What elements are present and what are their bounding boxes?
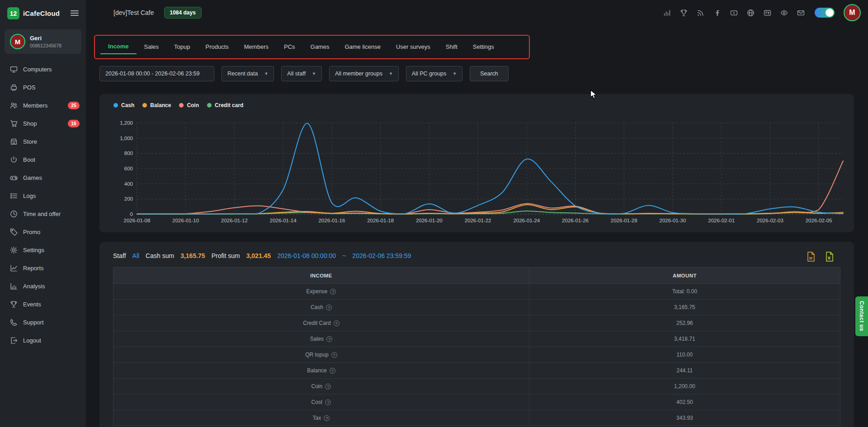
table-row: Coin1,200.00 — [113, 379, 840, 394]
income-row-label: Expense — [113, 284, 529, 300]
period-end: 2026-02-06 23:59:59 — [352, 252, 411, 259]
svg-text:200: 200 — [124, 196, 133, 202]
gear-icon — [10, 246, 18, 254]
globe-icon[interactable] — [747, 9, 755, 17]
mail-icon[interactable] — [797, 9, 805, 17]
shop-count-badge: 16 — [68, 120, 80, 127]
tab-pcs[interactable]: PCs — [276, 41, 303, 54]
bar-chart-icon — [10, 282, 18, 290]
sidebar-item-promo[interactable]: Promo — [0, 223, 86, 241]
user-profile[interactable]: M Geri 008612345678 — [5, 29, 81, 54]
storefront-icon — [10, 138, 18, 145]
data-mode-select[interactable]: Recent data▼ — [222, 66, 274, 81]
profit-sum-label: Profit sum — [212, 252, 240, 259]
tab-games[interactable]: Games — [303, 41, 337, 54]
account-avatar[interactable]: M — [844, 4, 861, 21]
tab-game-license[interactable]: Game license — [337, 41, 388, 54]
search-button[interactable]: Search — [470, 66, 509, 81]
help-icon[interactable] — [324, 415, 330, 421]
tab-topup[interactable]: Topup — [166, 41, 198, 54]
sidebar-item-logs[interactable]: Logs — [0, 187, 86, 205]
income-row-amount: Total: 0.00 — [529, 284, 840, 300]
svg-text:2026-02-05: 2026-02-05 — [806, 218, 832, 223]
legend-item-cash[interactable]: Cash — [113, 102, 134, 108]
profit-sum-value: 3,021.45 — [246, 252, 271, 259]
card-icon[interactable] — [764, 9, 771, 17]
sidebar-item-logout[interactable]: Logout — [0, 331, 86, 349]
staff-filter-link[interactable]: All — [132, 252, 140, 259]
sidebar-item-time-and-offer[interactable]: Time and offer — [0, 205, 86, 223]
staff-select[interactable]: All staff▼ — [281, 66, 322, 81]
pdf-export-icon[interactable] — [807, 252, 815, 262]
svg-text:1,000: 1,000 — [120, 136, 133, 141]
table-row: ExpenseTotal: 0.00 — [113, 284, 840, 300]
eye-icon[interactable] — [780, 9, 788, 17]
legend-item-credit-card[interactable]: Credit card — [207, 102, 243, 108]
tab-members[interactable]: Members — [236, 41, 276, 54]
income-row-label: Tax — [113, 410, 529, 426]
excel-export-icon[interactable] — [825, 252, 834, 262]
cafe-name: [dev]Test Cafe — [113, 9, 154, 16]
date-range-input[interactable] — [99, 66, 214, 81]
help-icon[interactable] — [331, 352, 337, 358]
svg-text:0: 0 — [130, 211, 133, 217]
income-row-label: Sales — [113, 331, 529, 347]
chevron-down-icon: ▼ — [453, 71, 457, 76]
svg-text:2026-01-22: 2026-01-22 — [465, 218, 491, 223]
logo-icon: 12 — [7, 7, 19, 19]
svg-text:2026-01-16: 2026-01-16 — [318, 218, 345, 223]
power-icon — [10, 156, 18, 164]
legend-dot — [179, 103, 184, 108]
legend-item-coin[interactable]: Coin — [179, 102, 199, 108]
sidebar-item-boot[interactable]: Boot — [0, 150, 86, 169]
logout-icon — [10, 337, 18, 344]
help-icon[interactable] — [334, 320, 340, 326]
sidebar-item-analysis[interactable]: Analysis — [0, 277, 86, 295]
help-icon[interactable] — [326, 305, 332, 310]
trophy-icon — [10, 300, 18, 308]
contact-us-button[interactable]: Contact us — [855, 296, 868, 336]
table-row: Balance244.11 — [113, 363, 840, 379]
member-groups-select[interactable]: All member groups▼ — [329, 66, 399, 81]
tab-settings[interactable]: Settings — [465, 41, 502, 54]
sidebar-item-reports[interactable]: Reports — [0, 259, 86, 277]
logo[interactable]: 12 iCafeCloud — [0, 0, 86, 25]
user-phone: 008612345678 — [30, 43, 61, 48]
staff-label: Staff — [113, 252, 126, 259]
income-row-label: Balance — [113, 363, 529, 379]
pc-groups-select[interactable]: All PC groups▼ — [406, 66, 462, 81]
sidebar-item-games[interactable]: Games — [0, 169, 86, 187]
tab-shift[interactable]: Shift — [438, 41, 465, 54]
tab-income[interactable]: Income — [100, 40, 137, 54]
sidebar-item-shop[interactable]: Shop 16 — [0, 114, 86, 132]
legend-item-balance[interactable]: Balance — [142, 102, 171, 108]
rss-icon[interactable] — [697, 9, 704, 17]
help-icon[interactable] — [326, 336, 332, 342]
sidebar-item-pos[interactable]: POS — [0, 78, 86, 96]
table-row: Cash3,165.75 — [113, 300, 840, 315]
sidebar-item-support[interactable]: Support — [0, 313, 86, 331]
gamepad-icon — [10, 174, 18, 182]
sidebar-item-settings[interactable]: Settings — [0, 241, 86, 259]
tab-products[interactable]: Products — [198, 41, 236, 54]
facebook-icon[interactable] — [713, 9, 721, 17]
stats-icon[interactable] — [663, 9, 671, 17]
hamburger-menu-icon[interactable] — [71, 9, 79, 17]
income-chart-card: Cash Balance Coin Credit card 0200400600… — [99, 94, 854, 232]
legend-dot — [113, 103, 118, 108]
help-icon[interactable] — [330, 289, 336, 295]
sidebar-item-members[interactable]: Members 25 — [0, 96, 86, 114]
youtube-icon[interactable] — [730, 9, 738, 17]
help-icon[interactable] — [325, 399, 331, 405]
help-icon[interactable] — [325, 384, 331, 389]
tab-user-surveys[interactable]: User surveys — [388, 41, 438, 54]
theme-toggle[interactable] — [815, 8, 835, 18]
tab-sales[interactable]: Sales — [137, 41, 167, 54]
legend-dot — [207, 103, 212, 108]
trophy-icon[interactable] — [680, 9, 688, 17]
help-icon[interactable] — [330, 368, 335, 374]
logo-text: iCafeCloud — [23, 9, 60, 17]
sidebar-item-events[interactable]: Events — [0, 295, 86, 313]
sidebar-item-store[interactable]: Store — [0, 132, 86, 150]
sidebar-item-computers[interactable]: Computers — [0, 60, 86, 78]
